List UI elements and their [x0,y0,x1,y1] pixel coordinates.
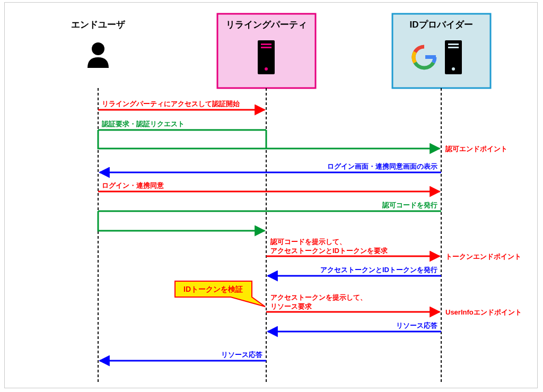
label-m3: 認可エンドポイント [445,145,507,153]
svg-point-4 [265,67,268,71]
svg-rect-2 [261,43,272,45]
label-m2: 認証要求・認証リクエスト [101,120,185,128]
svg-rect-3 [261,47,272,48]
svg-point-0 [92,42,104,55]
label-m4: ログイン画面・連携同意画面の表示 [327,162,437,170]
id-provider-label: IDプロバイダー [410,20,473,30]
label-m7b: アクセストークンとIDトークンを要求 [270,247,388,255]
end-user-label: エンドユーザ [71,20,126,30]
label-m1: リライングパーティにアクセスして認証開始 [102,100,240,108]
user-icon [87,42,109,68]
label-m10: IDトークンを検証 [183,285,243,293]
svg-point-9 [452,67,455,71]
label-m12: UserInfoエンドポイント [445,308,522,316]
svg-rect-8 [448,47,459,48]
server-icon-2 [445,40,462,74]
relying-party-label: リライングパーティ [226,20,307,30]
arrow-m2 [98,130,440,149]
label-m9: アクセストークンとIDトークンを発行 [320,266,437,274]
label-m11a: アクセストークンを提示して、 [270,293,367,301]
label-m5: ログイン・連携同意 [102,181,164,189]
arrow-m6 [98,211,265,231]
server-icon [258,40,275,74]
label-m11b: リソース要求 [270,302,312,310]
callout-id-token-verify: IDトークンを検証 [175,281,265,307]
label-m7a: 認可コードを提示して、 [270,238,346,246]
svg-rect-7 [448,43,459,45]
label-m8: トークンエンドポイント [445,252,521,260]
label-m14: リソース応答 [221,351,262,359]
label-m6: 認可コードを発行 [382,201,437,209]
svg-rect-5 [425,55,436,59]
label-m13: リソース応答 [396,321,437,329]
